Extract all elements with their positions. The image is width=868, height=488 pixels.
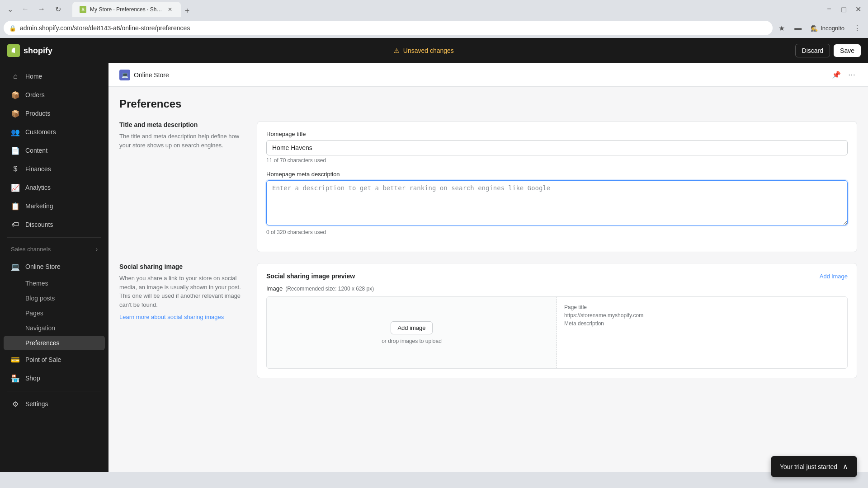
incognito-button[interactable]: 🕵 Incognito — [807, 21, 848, 35]
unsaved-changes-bar: ⚠ Unsaved changes — [60, 47, 788, 54]
save-button[interactable]: Save — [834, 44, 861, 57]
social-preview-container: Add image or drop images to upload Page … — [266, 296, 848, 369]
address-bar: 🔒 admin.shopify.com/store/de8143-a6/onli… — [0, 18, 868, 38]
title-meta-card: Homepage title 11 of 70 characters used … — [257, 121, 857, 252]
sidebar-item-discounts[interactable]: 🏷 Discounts — [4, 216, 105, 234]
trial-toast: Your trial just started ∧ — [771, 456, 857, 477]
close-window-button[interactable]: ✕ — [852, 3, 864, 15]
rec-size-text: (Recommended size: 1200 x 628 px) — [285, 286, 374, 292]
homepage-title-char-count: 11 of 70 characters used — [266, 157, 848, 164]
title-meta-section: Title and meta description The title and… — [119, 121, 857, 252]
sales-channels-section[interactable]: Sales channels › — [4, 241, 105, 257]
header-actions: Discard Save — [795, 44, 861, 57]
sidebar-item-customers[interactable]: 👥 Customers — [4, 123, 105, 141]
upload-hint-text: or drop images to upload — [382, 338, 442, 344]
content-area: 💻 Online Store 📌 ⋯ Preferences Title and — [108, 63, 868, 472]
back-button[interactable]: ← — [18, 2, 33, 16]
pin-button[interactable]: 📌 — [830, 69, 843, 81]
sidebar-item-analytics[interactable]: 📈 Analytics — [4, 178, 105, 197]
learn-more-link[interactable]: Learn more about social sharing images — [119, 314, 224, 320]
discard-button[interactable]: Discard — [795, 44, 830, 57]
forward-button[interactable]: → — [34, 2, 49, 16]
discounts-label: Discounts — [25, 221, 53, 228]
tab-title: My Store · Preferences · Shopify — [90, 6, 162, 13]
sidebar-item-shop[interactable]: 🏪 Shop — [4, 369, 105, 387]
incognito-icon: 🕵 — [811, 25, 818, 32]
social-preview-right: Page title https://storename.myshopify.c… — [557, 297, 847, 368]
sidebar-item-preferences[interactable]: Preferences — [4, 336, 105, 350]
settings-icon: ⚙ — [11, 399, 20, 408]
homepage-meta-label: Homepage meta description — [266, 171, 848, 178]
lock-icon: 🔒 — [9, 25, 16, 32]
more-options-button[interactable]: ⋯ — [846, 69, 857, 81]
homepage-meta-textarea[interactable] — [266, 180, 848, 225]
online-store-icon: 💻 — [11, 262, 20, 271]
meta-desc-preview-label: Meta description — [564, 320, 840, 327]
new-tab-button[interactable]: + — [181, 5, 193, 17]
active-tab[interactable]: S My Store · Preferences · Shopify ✕ — [72, 2, 181, 17]
sidebar-item-home[interactable]: ⌂ Home — [4, 67, 105, 85]
customers-icon: 👥 — [11, 127, 20, 136]
sidebar-item-blog-posts[interactable]: Blog posts — [4, 291, 105, 305]
discounts-icon: 🏷 — [11, 220, 20, 229]
online-store-subnav: Themes Blog posts Pages Navigation Prefe… — [0, 276, 108, 350]
sidebar-item-themes[interactable]: Themes — [4, 276, 105, 291]
tab-close-button[interactable]: ✕ — [166, 5, 174, 14]
preview-url-text: https://storename.myshopify.com — [564, 312, 840, 319]
breadcrumb: 💻 Online Store — [119, 70, 169, 80]
preferences-label: Preferences — [25, 339, 59, 347]
sidebar-item-navigation[interactable]: Navigation — [4, 321, 105, 335]
content-icon: 📄 — [11, 146, 20, 155]
sidebar-item-content[interactable]: 📄 Content — [4, 141, 105, 160]
bookmark-button[interactable]: ★ — [774, 21, 789, 35]
shop-label: Shop — [25, 375, 40, 382]
toast-close-button[interactable]: ∧ — [843, 462, 848, 471]
add-image-button[interactable]: Add image — [391, 321, 432, 334]
social-card-header: Social sharing image preview Add image — [266, 272, 848, 280]
image-label-text: Image — [266, 285, 283, 292]
finances-icon: $ — [11, 164, 20, 174]
title-meta-desc: The title and meta description help defi… — [119, 132, 246, 150]
sidebar-item-settings[interactable]: ⚙ Settings — [4, 395, 105, 413]
sidebar-divider-1 — [7, 237, 101, 238]
shop-icon: 🏪 — [11, 374, 20, 383]
social-sharing-heading: Social sharing image — [119, 263, 246, 270]
browser-titlebar: ⌄ ← → ↻ S My Store · Preferences · Shopi… — [0, 0, 868, 18]
pos-label: Point of Sale — [25, 356, 61, 363]
add-image-link[interactable]: Add image — [820, 273, 848, 280]
title-meta-heading: Title and meta description — [119, 121, 246, 128]
url-bar[interactable]: 🔒 admin.shopify.com/store/de8143-a6/onli… — [4, 21, 773, 35]
shopify-logo[interactable]: shopify — [7, 44, 52, 57]
finances-label: Finances — [25, 165, 51, 173]
page-title-preview-label: Page title — [564, 304, 840, 310]
homepage-title-input[interactable] — [266, 140, 848, 155]
restore-button[interactable]: ◻ — [837, 3, 850, 15]
sidebar-item-point-of-sale[interactable]: 💳 Point of Sale — [4, 351, 105, 369]
image-label-row: Image (Recommended size: 1200 x 628 px) — [266, 285, 848, 292]
main-layout: ⌂ Home 📦 Orders 📦 Products 👥 Customers 📄 — [0, 63, 868, 472]
sales-channels-label: Sales channels — [11, 246, 51, 253]
warning-icon: ⚠ — [394, 47, 400, 54]
sidebar-item-pages[interactable]: Pages — [4, 306, 105, 320]
marketing-icon: 📋 — [11, 202, 20, 211]
products-label: Products — [25, 110, 50, 117]
extensions-button[interactable]: ▬ — [791, 21, 805, 35]
trial-toast-text: Your trial just started — [780, 463, 837, 470]
minimize-button[interactable]: − — [823, 3, 835, 15]
social-card-title: Social sharing image preview — [266, 272, 355, 280]
tab-favicon: S — [80, 6, 86, 13]
image-upload-area[interactable]: Add image or drop images to upload — [267, 297, 557, 368]
tab-list-button[interactable]: ⌄ — [4, 3, 16, 15]
social-sharing-desc: When you share a link to your store on s… — [119, 274, 246, 309]
sidebar-item-marketing[interactable]: 📋 Marketing — [4, 197, 105, 215]
orders-label: Orders — [25, 91, 45, 99]
home-label: Home — [25, 73, 42, 80]
reload-button[interactable]: ↻ — [51, 2, 65, 16]
sidebar-item-online-store[interactable]: 💻 Online Store — [4, 258, 105, 276]
sidebar-item-finances[interactable]: $ Finances — [4, 160, 105, 178]
social-sharing-card: Social sharing image preview Add image I… — [257, 263, 857, 378]
customers-label: Customers — [25, 128, 56, 136]
sidebar-item-products[interactable]: 📦 Products — [4, 104, 105, 122]
menu-button[interactable]: ⋮ — [850, 21, 864, 35]
sidebar-item-orders[interactable]: 📦 Orders — [4, 86, 105, 104]
